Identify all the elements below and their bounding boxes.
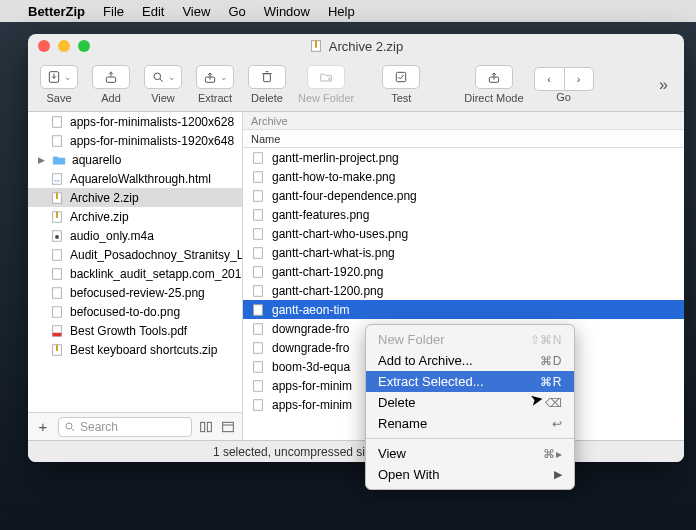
menu-edit[interactable]: Edit bbox=[142, 4, 164, 19]
go-back-button[interactable]: ‹ bbox=[534, 67, 564, 91]
archive-row[interactable]: gantt-chart-what-is.png bbox=[243, 243, 684, 262]
sidebar-item[interactable]: Audit_Posadochnoy_Stranitsy_L bbox=[28, 245, 242, 264]
archive-row[interactable]: gantt-aeon-tim bbox=[243, 300, 684, 319]
archive-row-label: gantt-merlin-project.png bbox=[272, 151, 399, 165]
sidebar-item[interactable]: Archive.zip bbox=[28, 207, 242, 226]
archive-row-label: gantt-chart-1200.png bbox=[272, 284, 383, 298]
svg-rect-32 bbox=[254, 171, 263, 182]
pathbar[interactable]: Archive bbox=[243, 112, 684, 130]
svg-rect-19 bbox=[53, 249, 62, 260]
file-icon bbox=[251, 170, 265, 184]
file-icon bbox=[251, 341, 265, 355]
columns-icon[interactable] bbox=[198, 419, 214, 435]
sidebar: apps-for-minimalists-1200x628apps-for-mi… bbox=[28, 112, 243, 440]
file-icon bbox=[251, 284, 265, 298]
sidebar-item[interactable]: apps-for-minimalists-1920x648 bbox=[28, 131, 242, 150]
sidebar-item[interactable]: Best Growth Tools.pdf bbox=[28, 321, 242, 340]
macos-menubar: BetterZip File Edit View Go Window Help bbox=[0, 0, 696, 22]
context-menu-label: Rename bbox=[378, 416, 552, 431]
svg-rect-41 bbox=[254, 342, 263, 353]
add-location-button[interactable]: + bbox=[34, 418, 52, 435]
context-menu-label: View bbox=[378, 446, 543, 461]
svg-rect-40 bbox=[254, 323, 263, 334]
go-forward-button[interactable]: › bbox=[564, 67, 594, 91]
titlebar: Archive 2.zip bbox=[28, 34, 684, 58]
menu-help[interactable]: Help bbox=[328, 4, 355, 19]
app-name[interactable]: BetterZip bbox=[28, 4, 85, 19]
archive-row[interactable]: gantt-how-to-make.png bbox=[243, 167, 684, 186]
sidebar-item[interactable]: Archive 2.zip bbox=[28, 188, 242, 207]
archive-row[interactable]: gantt-chart-1200.png bbox=[243, 281, 684, 300]
go-nav: ‹ › Go bbox=[530, 65, 598, 105]
add-button[interactable]: Add bbox=[86, 63, 136, 106]
archive-row-label: gantt-features.png bbox=[272, 208, 369, 222]
archive-row-label: gantt-aeon-tim bbox=[272, 303, 349, 317]
context-menu-label: Open With bbox=[378, 467, 554, 482]
svg-text:<>: <> bbox=[54, 177, 60, 182]
svg-rect-34 bbox=[254, 209, 263, 220]
file-icon bbox=[50, 286, 64, 300]
column-header-name[interactable]: Name bbox=[243, 130, 684, 148]
menu-window[interactable]: Window bbox=[264, 4, 310, 19]
menu-file[interactable]: File bbox=[103, 4, 124, 19]
sidebar-item[interactable]: befocused-to-do.png bbox=[28, 302, 242, 321]
search-input[interactable]: Search bbox=[58, 417, 192, 437]
archive-row[interactable]: gantt-merlin-project.png bbox=[243, 148, 684, 167]
archive-row[interactable]: gantt-chart-1920.png bbox=[243, 262, 684, 281]
sidebar-item-label: Best keyboard shortcuts.zip bbox=[70, 343, 217, 357]
svg-point-4 bbox=[154, 73, 161, 80]
svg-rect-36 bbox=[254, 247, 263, 258]
archive-row[interactable]: gantt-four-dependence.png bbox=[243, 186, 684, 205]
svg-rect-37 bbox=[254, 266, 263, 277]
sidebar-item-label: apps-for-minimalists-1200x628 bbox=[70, 115, 234, 129]
sidebar-item-label: backlink_audit_setapp.com_201 bbox=[70, 267, 241, 281]
context-menu-item[interactable]: Add to Archive...⌘D bbox=[366, 350, 574, 371]
svg-rect-20 bbox=[53, 268, 62, 279]
submenu-arrow-icon: ▶ bbox=[554, 468, 562, 481]
disclosure-triangle-icon[interactable]: ▶ bbox=[36, 155, 46, 165]
delete-button[interactable]: Delete bbox=[242, 63, 292, 106]
direct-mode-button[interactable]: Direct Mode bbox=[460, 63, 527, 106]
status-bar: 1 selected, uncompressed size: 83 KB (in… bbox=[28, 440, 684, 462]
context-menu-item: New Folder⇧⌘N bbox=[366, 329, 574, 350]
file-icon bbox=[251, 189, 265, 203]
file-icon bbox=[50, 191, 64, 205]
extract-button[interactable]: ⌄ Extract bbox=[190, 63, 240, 106]
toolbar-overflow[interactable]: » bbox=[659, 76, 678, 94]
svg-rect-9 bbox=[53, 116, 62, 127]
file-icon bbox=[50, 115, 64, 129]
sidebar-item[interactable]: backlink_audit_setapp.com_201 bbox=[28, 264, 242, 283]
menu-go[interactable]: Go bbox=[228, 4, 245, 19]
context-menu-item[interactable]: Rename↩ bbox=[366, 413, 574, 434]
archive-row-label: gantt-chart-who-uses.png bbox=[272, 227, 408, 241]
app-window: Archive 2.zip ⌄ Save Add ⌄ View ⌄ Extrac… bbox=[28, 34, 684, 462]
context-menu-item[interactable]: Extract Selected...⌘R bbox=[366, 371, 574, 392]
view-button[interactable]: ⌄ View bbox=[138, 63, 188, 106]
preview-icon[interactable] bbox=[220, 419, 236, 435]
new-folder-button[interactable]: New Folder bbox=[294, 63, 358, 106]
sidebar-item[interactable]: <>AquareloWalkthrough.html bbox=[28, 169, 242, 188]
svg-rect-39 bbox=[254, 304, 263, 315]
context-menu-shortcut: ⌘D bbox=[540, 354, 562, 368]
sidebar-item[interactable]: befocused-review-25.png bbox=[28, 283, 242, 302]
save-button[interactable]: ⌄ Save bbox=[34, 63, 84, 106]
sidebar-item-label: Audit_Posadochnoy_Stranitsy_L bbox=[70, 248, 242, 262]
sidebar-item[interactable]: Best keyboard shortcuts.zip bbox=[28, 340, 242, 359]
archive-row[interactable]: gantt-features.png bbox=[243, 205, 684, 224]
archive-row-label: gantt-how-to-make.png bbox=[272, 170, 395, 184]
file-icon bbox=[251, 379, 265, 393]
sidebar-item[interactable]: apps-for-minimalists-1200x628 bbox=[28, 112, 242, 131]
sidebar-item[interactable]: audio_only.m4a bbox=[28, 226, 242, 245]
test-button[interactable]: Test bbox=[376, 63, 426, 106]
context-menu-item[interactable]: Open With▶ bbox=[366, 464, 574, 485]
archive-row[interactable]: gantt-chart-who-uses.png bbox=[243, 224, 684, 243]
context-menu-shortcut: ⇧⌘N bbox=[530, 333, 562, 347]
archive-row-label: boom-3d-equa bbox=[272, 360, 350, 374]
context-menu-item[interactable]: View⌘▸ bbox=[366, 443, 574, 464]
file-icon bbox=[50, 305, 64, 319]
menu-view[interactable]: View bbox=[182, 4, 210, 19]
context-menu-shortcut: ↩ bbox=[552, 417, 563, 431]
sidebar-item-label: Best Growth Tools.pdf bbox=[70, 324, 187, 338]
sidebar-item[interactable]: ▶aquarello bbox=[28, 150, 242, 169]
file-icon bbox=[50, 134, 64, 148]
